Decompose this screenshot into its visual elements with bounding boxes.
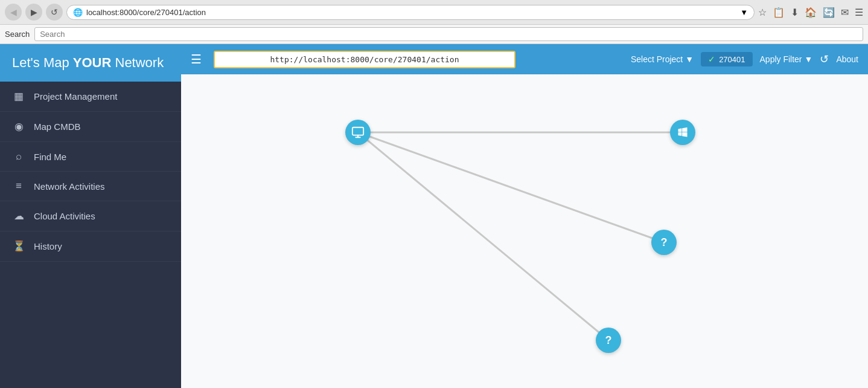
refresh-button[interactable]: ↺ xyxy=(820,53,829,66)
top-bar: ☰ http://localhost:8000/core/270401/acti… xyxy=(181,44,868,74)
select-project-button[interactable]: Select Project ▼ xyxy=(631,54,694,64)
filter-chevron-icon: ▼ xyxy=(805,54,813,64)
sidebar-item-history[interactable]: ⏳ History xyxy=(0,231,181,262)
sidebar-label-history: History xyxy=(34,241,62,251)
project-badge: ✓ 270401 xyxy=(701,52,752,66)
apply-filter-button[interactable]: Apply Filter ▼ xyxy=(760,54,813,64)
pocket-icon[interactable]: ⬇ xyxy=(791,7,799,18)
search-icon: ⌕ xyxy=(12,150,25,163)
sidebar-label-map-cmdb: Map CMDB xyxy=(34,121,81,132)
dropdown-icon[interactable]: ▼ xyxy=(740,8,748,17)
hamburger-icon[interactable]: ☰ xyxy=(191,52,202,66)
sync-icon[interactable]: 🔄 xyxy=(823,7,835,18)
check-icon: ✓ xyxy=(708,54,715,64)
message-icon[interactable]: ✉ xyxy=(841,7,849,18)
forward-button[interactable]: ▶ xyxy=(25,4,42,21)
project-id: 270401 xyxy=(719,55,745,64)
node-windows[interactable] xyxy=(670,120,695,145)
sidebar-label-find-me: Find Me xyxy=(34,152,66,162)
node-unknown2[interactable]: ? xyxy=(596,328,621,353)
reader-view-icon[interactable]: 📋 xyxy=(773,7,785,18)
browser-chrome: ◀ ▶ ↺ 🌐 ▼ ☆ 📋 ⬇ 🏠 🔄 ✉ ☰ Search xyxy=(0,0,868,44)
svg-rect-0 xyxy=(353,128,363,135)
browser-toolbar: ◀ ▶ ↺ 🌐 ▼ ☆ 📋 ⬇ 🏠 🔄 ✉ ☰ xyxy=(0,0,868,24)
top-bar-right: Select Project ▼ ✓ 270401 Apply Filter ▼… xyxy=(631,52,858,66)
about-button[interactable]: About xyxy=(836,54,858,64)
back-button[interactable]: ◀ xyxy=(5,4,22,21)
node-unknown1[interactable]: ? xyxy=(651,230,677,255)
site-icon: 🌐 xyxy=(73,8,83,17)
search-label: Search xyxy=(5,30,30,39)
network-svg xyxy=(181,74,868,388)
sidebar-title: Let's Map YOUR Network xyxy=(12,55,164,70)
menu-icon[interactable]: ☰ xyxy=(855,7,863,18)
address-bar[interactable]: 🌐 ▼ xyxy=(66,5,755,20)
browser-search-bar: Search xyxy=(0,24,868,44)
network-edge xyxy=(358,132,608,340)
grid-icon: ▦ xyxy=(12,90,25,103)
sidebar-item-map-cmdb[interactable]: ◉ Map CMDB xyxy=(0,112,181,142)
chevron-down-icon: ▼ xyxy=(685,54,694,64)
sidebar-header: Let's Map YOUR Network xyxy=(0,44,181,82)
sidebar-item-find-me[interactable]: ⌕ Find Me xyxy=(0,142,181,172)
sidebar-label-network-activities: Network Activities xyxy=(34,181,105,192)
history-icon: ⏳ xyxy=(12,240,25,253)
sidebar-item-project-management[interactable]: ▦ Project Management xyxy=(0,82,181,112)
sidebar-item-network-activities[interactable]: ≡ Network Activities xyxy=(0,172,181,201)
bookmark-star-icon[interactable]: ☆ xyxy=(758,7,767,18)
app-main: ☰ http://localhost:8000/core/270401/acti… xyxy=(181,44,868,388)
address-input[interactable] xyxy=(86,8,736,17)
app-container: Let's Map YOUR Network ▦ Project Managem… xyxy=(0,44,868,388)
node-monitor[interactable] xyxy=(345,120,371,145)
network-icon: ≡ xyxy=(12,180,25,192)
network-canvas-area: ?? xyxy=(181,74,868,388)
map-icon: ◉ xyxy=(12,120,25,133)
sidebar-item-cloud-activities[interactable]: ☁ Cloud Activities xyxy=(0,201,181,231)
reload-button[interactable]: ↺ xyxy=(46,4,63,21)
search-input[interactable] xyxy=(34,27,863,41)
browser-toolbar-right: ☆ 📋 ⬇ 🏠 🔄 ✉ ☰ xyxy=(758,7,863,18)
network-edge xyxy=(358,132,664,242)
sidebar: Let's Map YOUR Network ▦ Project Managem… xyxy=(0,44,181,388)
sidebar-nav: ▦ Project Management ◉ Map CMDB ⌕ Find M… xyxy=(0,82,181,388)
url-display: http://localhost:8000/core/270401/action xyxy=(214,51,515,68)
sidebar-label-cloud-activities: Cloud Activities xyxy=(34,211,95,221)
cloud-icon: ☁ xyxy=(12,210,25,222)
sidebar-label-project-management: Project Management xyxy=(34,91,117,102)
home-icon[interactable]: 🏠 xyxy=(805,7,817,18)
